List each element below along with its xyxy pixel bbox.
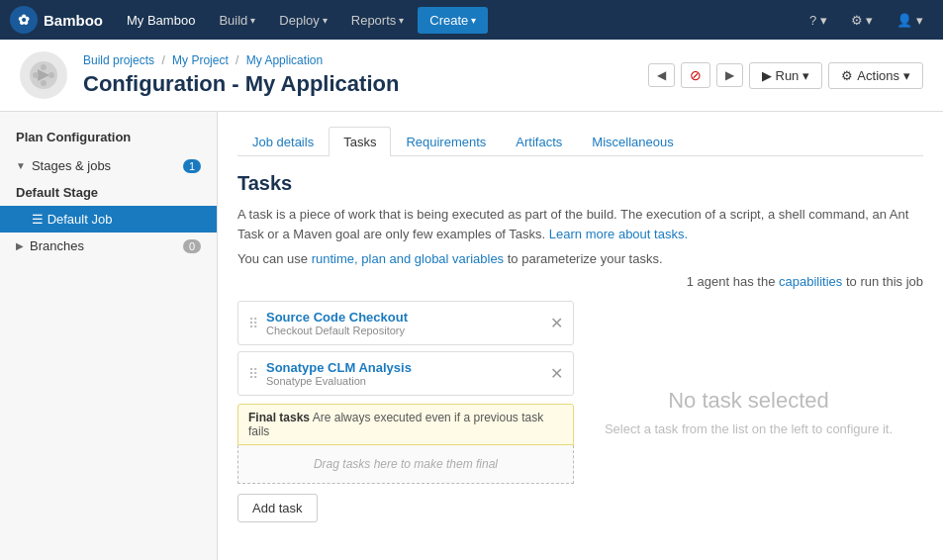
- task-remove-icon[interactable]: ✕: [550, 364, 563, 383]
- nav-help[interactable]: ? ▾: [800, 7, 837, 34]
- task-list: ⠿ Source Code Checkout Checkout Default …: [237, 301, 574, 522]
- agent-info: 1 agent has the capabilities to run this…: [237, 274, 923, 289]
- variables-text: You can use runtime, plan and global var…: [237, 251, 923, 266]
- breadcrumb: Build projects / My Project / My Applica…: [83, 53, 632, 67]
- plan-icon: [20, 51, 67, 99]
- tasks-title: Tasks: [237, 172, 923, 195]
- drag-handle-icon: ⠿: [248, 316, 258, 331]
- svg-point-4: [48, 72, 54, 78]
- bamboo-logo-icon: ✿: [10, 6, 38, 34]
- nav-settings[interactable]: ⚙ ▾: [841, 7, 884, 34]
- tasks-description: A task is a piece of work that is being …: [237, 205, 923, 243]
- no-task-panel: No task selected Select a task from the …: [574, 301, 923, 522]
- header-content: Build projects / My Project / My Applica…: [83, 53, 632, 97]
- branches-label: Branches: [30, 238, 84, 253]
- sidebar: Plan Configuration ▼ Stages & jobs 1 Def…: [0, 112, 218, 560]
- final-tasks-drop-zone[interactable]: Drag tasks here to make them final: [237, 445, 574, 484]
- app-logo: ✿ Bamboo: [10, 6, 103, 34]
- svg-point-1: [41, 64, 47, 70]
- tab-requirements[interactable]: Requirements: [391, 127, 501, 156]
- actions-button[interactable]: ⚙ Actions ▾: [828, 62, 923, 89]
- sidebar-stages-header[interactable]: ▼ Stages & jobs 1: [0, 152, 217, 179]
- task-subtitle: Checkout Default Repository: [266, 325, 542, 336]
- page-title: Configuration - My Application: [83, 71, 632, 97]
- add-task-button[interactable]: Add task: [237, 494, 318, 522]
- task-name: Sonatype CLM Analysis: [266, 360, 542, 375]
- no-task-title: No task selected: [668, 388, 829, 414]
- breadcrumb-my-application[interactable]: My Application: [246, 53, 323, 67]
- task-item[interactable]: ⠿ Sonatype CLM Analysis Sonatype Evaluat…: [237, 351, 574, 396]
- nav-my-bamboo[interactable]: My Bamboo: [117, 7, 205, 34]
- main-layout: Plan Configuration ▼ Stages & jobs 1 Def…: [0, 112, 943, 560]
- nav-deploy[interactable]: Deploy: [269, 7, 336, 34]
- task-name: Source Code Checkout: [266, 310, 542, 325]
- svg-point-2: [41, 80, 47, 86]
- nav-create[interactable]: Create: [418, 7, 488, 34]
- prev-button[interactable]: ◀: [648, 63, 675, 87]
- tab-tasks[interactable]: Tasks: [329, 127, 391, 156]
- page-header: Build projects / My Project / My Applica…: [0, 40, 943, 112]
- actions-caret-icon: ▾: [903, 68, 910, 83]
- nav-user[interactable]: 👤 ▾: [887, 7, 933, 34]
- breadcrumb-build-projects[interactable]: Build projects: [83, 53, 154, 67]
- tab-bar: Job details Tasks Requirements Artifacts…: [237, 127, 923, 156]
- tab-miscellaneous[interactable]: Miscellaneous: [577, 127, 688, 156]
- nav-build[interactable]: Build: [209, 7, 265, 34]
- task-remove-icon[interactable]: ✕: [550, 314, 563, 332]
- branches-toggle-icon: ▶: [16, 240, 24, 251]
- task-info: Source Code Checkout Checkout Default Re…: [266, 310, 542, 336]
- next-button[interactable]: ▶: [716, 63, 743, 87]
- tab-artifacts[interactable]: Artifacts: [501, 127, 577, 156]
- breadcrumb-my-project[interactable]: My Project: [172, 53, 229, 67]
- stages-count-badge: 1: [183, 159, 201, 173]
- task-info: Sonatype CLM Analysis Sonatype Evaluatio…: [266, 360, 542, 387]
- sidebar-title: Plan Configuration: [0, 122, 217, 152]
- main-content: Job details Tasks Requirements Artifacts…: [218, 112, 943, 560]
- capabilities-link[interactable]: capabilities: [779, 274, 842, 289]
- alert-badge: ⊘: [681, 62, 710, 88]
- task-subtitle: Sonatype Evaluation: [266, 375, 542, 387]
- sidebar-stages-label: Stages & jobs: [32, 158, 111, 173]
- sidebar-default-stage[interactable]: Default Stage: [0, 179, 217, 206]
- drag-handle-icon: ⠿: [248, 366, 258, 382]
- app-name: Bamboo: [44, 12, 103, 29]
- tab-job-details[interactable]: Job details: [237, 127, 329, 156]
- learn-more-link[interactable]: Learn more about tasks.: [549, 227, 688, 241]
- top-nav: ✿ Bamboo My Bamboo Build Deploy Reports …: [0, 0, 943, 40]
- run-button[interactable]: ▶ Run ▾: [749, 62, 823, 89]
- header-actions: ◀ ⊘ ▶ ▶ Run ▾ ⚙ Actions ▾: [648, 62, 924, 89]
- tasks-section: Tasks A task is a piece of work that is …: [237, 172, 923, 522]
- task-split: ⠿ Source Code Checkout Checkout Default …: [237, 301, 923, 522]
- variables-link[interactable]: runtime, plan and global variables: [312, 251, 504, 266]
- final-tasks-header: Final tasks Are always executed even if …: [237, 404, 574, 445]
- sidebar-default-job[interactable]: ☰ Default Job: [0, 206, 217, 233]
- gear-icon: ⚙: [841, 68, 853, 83]
- play-icon: ▶: [762, 68, 772, 83]
- nav-right: ? ▾ ⚙ ▾ 👤 ▾: [800, 7, 933, 34]
- nav-reports[interactable]: Reports: [341, 7, 415, 34]
- sidebar-stages-section: ▼ Stages & jobs 1 Default Stage ☰ Defaul…: [0, 152, 217, 233]
- no-task-subtitle: Select a task from the list on the left …: [605, 421, 893, 436]
- branches-count-badge: 0: [183, 239, 201, 253]
- run-caret-icon: ▾: [802, 68, 809, 83]
- task-item[interactable]: ⠿ Source Code Checkout Checkout Default …: [237, 301, 574, 345]
- svg-point-3: [33, 72, 39, 78]
- stages-toggle-icon: ▼: [16, 160, 26, 171]
- list-icon: ☰: [32, 212, 47, 227]
- sidebar-branches[interactable]: ▶ Branches 0: [0, 233, 217, 259]
